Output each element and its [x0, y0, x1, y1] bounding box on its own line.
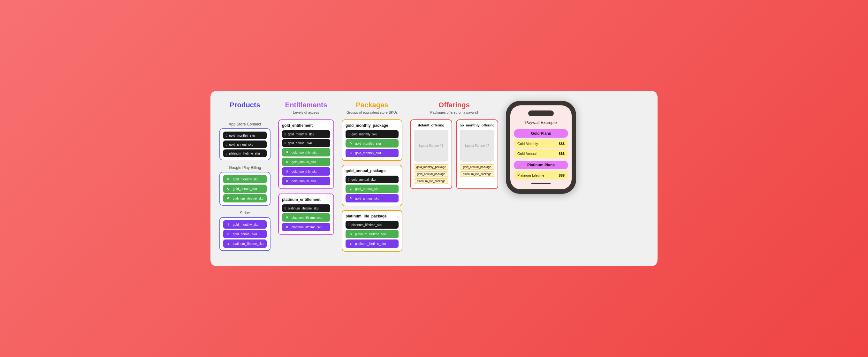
- store-group-google: Google Play Billing G gold_monthly_sku G…: [219, 165, 271, 206]
- platinum-life-package-box: platinum_life_package  platinum_lifetim…: [342, 210, 402, 252]
- gold-monthly-package-box: gold_monthly_package  gold_monthly_sku …: [342, 120, 402, 161]
- packages-title: Packages: [356, 101, 388, 109]
- offering-name: default_offering: [418, 123, 444, 127]
- package-tag: gold_monthly_package: [414, 164, 448, 170]
- stripe-icon: S: [348, 196, 353, 201]
- sku-label: gold_annual_sku: [288, 141, 312, 145]
- sku-row: S platinum_lifetime_sku: [345, 239, 399, 248]
- sku-label: platinum_lifetime_sku: [233, 242, 264, 246]
- offerings-subtitle: Packages offered on a paywall: [430, 110, 478, 114]
- gold-annual-item: Gold Annual $$$: [514, 150, 568, 158]
- package-tag: platinum_life_package: [460, 171, 494, 177]
- plan-price: $$$: [559, 152, 565, 156]
- gold-annual-package-box: gold_annual_package  gold_annual_sku G …: [342, 165, 402, 206]
- sku-row: S gold_monthly_sku: [282, 167, 330, 175]
- sku-label: gold_monthly_sku: [233, 223, 259, 226]
- sku-row: G platinum_lifetime_sku: [282, 213, 330, 222]
- sku-label: gold_monthly_sku: [355, 151, 381, 155]
- gold-entitlement-box: gold_entitlement  gold_monthly_sku  go…: [278, 120, 334, 189]
- sku-row: G gold_monthly_sku: [345, 139, 399, 148]
- products-title: Products: [229, 101, 260, 109]
- plan-label: Gold Annual: [517, 152, 536, 156]
- entitlements-column: Entitlements Levels of access gold_entit…: [278, 101, 334, 239]
- sku-row:  gold_monthly_sku: [282, 130, 330, 138]
- package-tag: gold_annual_package: [460, 164, 494, 170]
- apple-icon: : [348, 132, 349, 136]
- sku-row: S gold_annual_sku: [282, 177, 330, 185]
- entitlements-subtitle: Levels of access: [293, 110, 319, 114]
- store-label-appstore: App Store Connect: [229, 122, 261, 126]
- google-icon: G: [348, 141, 353, 146]
- sku-label: gold_monthly_sku: [229, 134, 255, 137]
- upsell-screen-2: Upsell Screen #2: [460, 130, 494, 162]
- products-column: Products App Store Connect  gold_monthl…: [219, 101, 271, 256]
- stripe-icon: S: [284, 225, 290, 230]
- sku-label: gold_annual_sku: [355, 187, 379, 191]
- gold-plans-header: Gold Plans: [514, 129, 568, 138]
- sku-row: G platinum_lifetime_sku: [223, 194, 267, 202]
- plan-label: Platinum Lifetime: [517, 173, 544, 177]
- offerings-column: Offerings Packages offered on a paywall …: [410, 101, 498, 189]
- google-icon: G: [284, 159, 290, 164]
- sku-row: S platinum_lifetime_sku: [282, 223, 330, 231]
- sku-label: gold_annual_sku: [291, 160, 316, 164]
- sku-label: platinum_lifetime_sku: [288, 206, 318, 210]
- apple-icon: : [226, 133, 227, 138]
- entitlement-name: gold_entitlement: [282, 123, 330, 128]
- store-box-stripe: S gold_monthly_sku S gold_annual_sku S p…: [219, 217, 271, 251]
- google-icon: G: [226, 176, 231, 182]
- sku-label: gold_monthly_sku: [291, 151, 317, 154]
- sku-label: gold_annual_sku: [229, 143, 253, 146]
- package-name: gold_annual_package: [345, 169, 399, 173]
- offering-name: no_monthly_offering: [460, 123, 494, 127]
- sku-label: gold_annual_sku: [233, 232, 257, 236]
- gold-monthly-item: Gold Monthly $$$: [514, 139, 568, 148]
- sku-row: G gold_monthly_sku: [223, 175, 267, 183]
- upsell-label: Upsell Screen #2: [465, 144, 489, 148]
- phone-section: Paywall Example Gold Plans Gold Monthly …: [506, 101, 576, 194]
- stripe-icon: S: [348, 151, 353, 156]
- package-name: gold_monthly_package: [345, 123, 399, 128]
- store-group-stripe: Stripe S gold_monthly_sku S gold_annual_…: [219, 211, 271, 251]
- sku-label: gold_monthly_sku: [351, 132, 377, 136]
- sku-label: gold_monthly_sku: [288, 132, 314, 136]
- apple-icon: : [348, 223, 349, 227]
- stripe-icon: S: [226, 231, 231, 237]
- sku-label: gold_annual_sku: [351, 178, 376, 182]
- sku-label: gold_monthly_sku: [233, 177, 259, 181]
- sku-label: platinum_lifetime_sku: [233, 197, 264, 200]
- packages-column: Packages Groups of equivalent store SKUs…: [342, 101, 402, 255]
- sku-row: S gold_monthly_sku: [223, 220, 267, 229]
- apple-icon: : [284, 132, 286, 136]
- sku-row:  gold_monthly_sku: [345, 130, 399, 138]
- google-icon: G: [226, 196, 231, 201]
- apple-icon: : [226, 142, 227, 147]
- sku-label: gold_annual_sku: [233, 187, 257, 191]
- entitlements-title: Entitlements: [285, 101, 327, 109]
- sku-label: gold_monthly_sku: [291, 170, 317, 173]
- sku-label: platinum_lifetime_sku: [355, 242, 386, 246]
- main-card: Products App Store Connect  gold_monthl…: [211, 91, 657, 266]
- sku-row: S gold_monthly_sku: [345, 149, 399, 157]
- upsell-label: Upsell Screen #1: [419, 144, 443, 148]
- sku-label: gold_monthly_sku: [355, 142, 381, 145]
- google-icon: G: [348, 231, 353, 237]
- sku-row:  gold_annual_sku: [223, 140, 267, 148]
- platinum-entitlement-box: platinum_entitlement  platinum_lifetime…: [278, 194, 334, 235]
- platinum-plans-section: Platinum Plans Platinum Lifetime $$$: [514, 161, 568, 180]
- stripe-icon: S: [284, 169, 290, 174]
- sku-row: S gold_annual_sku: [345, 194, 399, 202]
- default-offering-box: default_offering Upsell Screen #1 gold_m…: [410, 120, 452, 189]
- sku-row:  gold_monthly_sku: [223, 132, 267, 139]
- platinum-plans-header: Platinum Plans: [514, 161, 568, 169]
- offerings-row: default_offering Upsell Screen #1 gold_m…: [410, 120, 498, 189]
- sku-label: platinum_lifetime_sku: [355, 232, 386, 236]
- apple-icon: : [226, 151, 227, 156]
- apple-icon: : [348, 177, 349, 182]
- store-label-google: Google Play Billing: [229, 165, 261, 170]
- sku-row:  gold_annual_sku: [282, 139, 330, 147]
- apple-icon: : [284, 206, 286, 210]
- sku-row: G gold_annual_sku: [282, 158, 330, 166]
- google-icon: G: [348, 186, 353, 191]
- sku-row:  platinum_lifetime_sku: [282, 204, 330, 212]
